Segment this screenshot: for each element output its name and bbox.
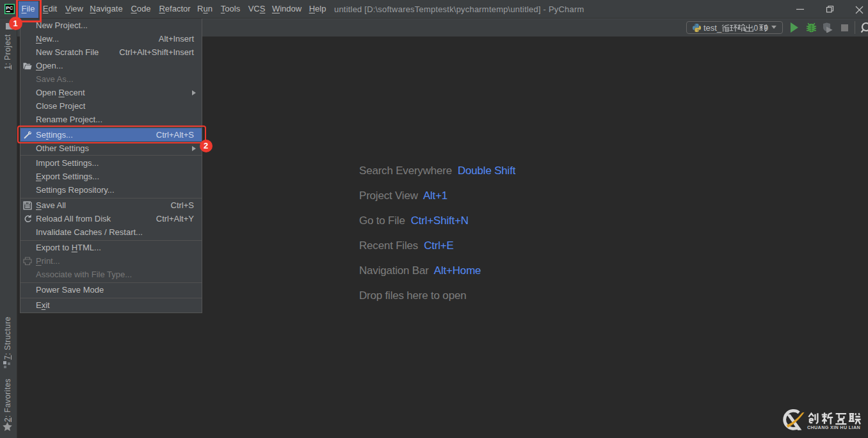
svg-text:9: 9 xyxy=(764,24,769,33)
svg-text:CHUANG XIN HU LIAN: CHUANG XIN HU LIAN xyxy=(807,425,860,430)
svg-text:0: 0 xyxy=(754,24,759,33)
svg-text:PC: PC xyxy=(6,5,13,11)
